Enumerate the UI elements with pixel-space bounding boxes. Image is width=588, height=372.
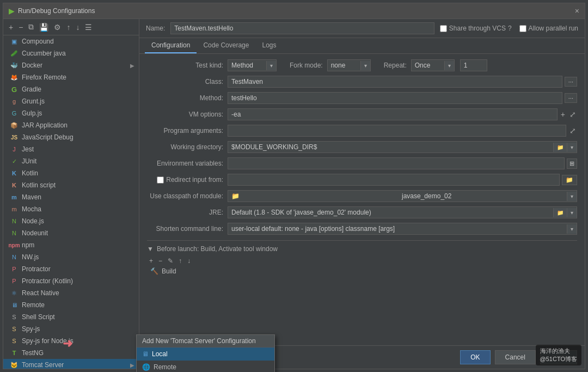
class-browse-button[interactable]: ··· xyxy=(565,77,577,87)
program-args-input[interactable] xyxy=(228,125,566,137)
sidebar-item-nodeunit[interactable]: N Nodeunit xyxy=(3,227,139,239)
tab-configuration[interactable]: Configuration xyxy=(145,38,197,53)
add-config-button[interactable]: + xyxy=(7,22,15,33)
sidebar-item-cucumber[interactable]: 🥒 Cucumber java xyxy=(3,47,139,59)
fork-mode-dropdown[interactable]: none ▾ xyxy=(327,59,371,71)
up-config-button[interactable]: ↑ xyxy=(64,22,72,33)
cancel-button[interactable]: Cancel xyxy=(495,350,536,364)
sidebar-item-gradle[interactable]: G Gradle xyxy=(3,83,139,95)
sidebar-item-label: React Native xyxy=(22,289,134,297)
sidebar-item-docker[interactable]: 🐳 Docker ▶ xyxy=(3,59,139,71)
tomcat-arrow-icon: ▶ xyxy=(130,362,134,368)
share-vcs-checkbox[interactable] xyxy=(440,25,447,32)
bl-add-button[interactable]: + xyxy=(147,256,155,266)
sidebar-item-spy-node[interactable]: S Spy-js for Node.js xyxy=(3,335,139,347)
before-launch-title: Before launch: Build, Activate tool wind… xyxy=(157,245,278,253)
sidebar-item-firefox[interactable]: 🦊 Firefox Remote xyxy=(3,71,139,83)
tabs-bar: Configuration Code Coverage Logs xyxy=(139,38,585,54)
sidebar-item-shell[interactable]: S Shell Script xyxy=(3,311,139,323)
jre-folder-btn[interactable]: 📁 xyxy=(553,208,567,217)
repeat-number-input[interactable] xyxy=(460,59,487,71)
fork-mode-arrow[interactable]: ▾ xyxy=(360,61,370,70)
sidebar-item-jsdebug[interactable]: JS JavaScript Debug xyxy=(3,131,139,143)
shorten-cmd-dropdown[interactable]: user-local default: none - java [options… xyxy=(228,223,577,235)
bl-down-button[interactable]: ↓ xyxy=(185,256,193,266)
gradle-icon: G xyxy=(10,85,19,94)
sidebar-item-jar[interactable]: 📦 JAR Application xyxy=(3,119,139,131)
sidebar-item-protractor-kotlin[interactable]: P Protractor (Kotlin) xyxy=(3,275,139,287)
sidebar-item-junit[interactable]: ✓ JUnit xyxy=(3,155,139,167)
sidebar-item-spy-js[interactable]: S Spy-js xyxy=(3,323,139,335)
method-input[interactable] xyxy=(228,92,562,104)
sidebar-item-maven[interactable]: m Maven xyxy=(3,191,139,203)
working-dir-dropdown[interactable]: $MODULE_WORKING_DIR$ 📁 ▾ xyxy=(228,141,577,153)
test-kind-dropdown[interactable]: Method ▾ xyxy=(228,59,277,71)
watermark-line2: @51CTO博客 xyxy=(540,355,577,363)
vm-fullscreen-button[interactable]: ⤢ xyxy=(568,110,577,119)
submenu-item-remote[interactable]: 🌐 Remote xyxy=(137,361,274,372)
jre-arrow[interactable]: ▾ xyxy=(567,208,577,217)
ok-button[interactable]: OK xyxy=(460,350,490,364)
sidebar-item-remote[interactable]: 🖥 Remote xyxy=(3,299,139,311)
remove-config-button[interactable]: − xyxy=(16,22,25,33)
program-args-expand-button[interactable]: ⤢ xyxy=(568,126,577,135)
sidebar-item-nw[interactable]: N NW.js xyxy=(3,251,139,263)
sidebar-item-nodejs[interactable]: N Node.js xyxy=(3,215,139,227)
settings-config-button[interactable]: ⚙ xyxy=(52,22,63,33)
classpath-dropdown[interactable]: 📁 javase_demo_02 ▾ xyxy=(228,190,577,202)
class-control: ··· xyxy=(228,76,577,88)
bl-edit-button[interactable]: ✎ xyxy=(166,256,175,266)
tab-logs[interactable]: Logs xyxy=(255,38,283,53)
submenu-item-local[interactable]: 🖥 Local xyxy=(137,347,274,361)
sidebar-item-jest[interactable]: J Jest xyxy=(3,143,139,155)
close-button[interactable]: × xyxy=(575,7,579,15)
sidebar-item-mocha[interactable]: m Mocha xyxy=(3,203,139,215)
test-kind-arrow[interactable]: ▾ xyxy=(266,61,276,70)
copy-config-button[interactable]: ⧉ xyxy=(26,21,36,33)
bl-remove-button[interactable]: − xyxy=(156,256,164,266)
repeat-label: Repeat: xyxy=(384,62,407,69)
question-icon: ? xyxy=(508,25,512,32)
down-config-button[interactable]: ↓ xyxy=(74,22,82,33)
method-browse-button[interactable]: ··· xyxy=(565,93,577,103)
bl-up-button[interactable]: ↑ xyxy=(176,256,184,266)
redirect-input-checkbox[interactable] xyxy=(157,176,164,184)
sidebar-item-react-native[interactable]: ⚛ React Native xyxy=(3,287,139,299)
shorten-cmd-row: Shorten command line: user-local default… xyxy=(147,223,577,235)
shorten-cmd-arrow[interactable]: ▾ xyxy=(567,224,577,234)
npm-icon: npm xyxy=(10,241,19,249)
redirect-browse-button[interactable]: 📁 xyxy=(562,175,577,185)
sidebar-item-gulp[interactable]: G Gulp.js xyxy=(3,107,139,119)
vm-expand-button[interactable]: + xyxy=(560,110,566,119)
redirect-input-control: 📁 xyxy=(228,174,577,186)
repeat-arrow[interactable]: ▾ xyxy=(444,61,454,70)
repeat-dropdown[interactable]: Once ▾ xyxy=(411,59,455,71)
testng-icon: T xyxy=(10,349,19,357)
sidebar-item-testng[interactable]: T TestNG xyxy=(3,347,139,359)
name-input[interactable] xyxy=(170,22,434,34)
save-config-button[interactable]: 💾 xyxy=(37,22,51,33)
menu-config-button[interactable]: ☰ xyxy=(83,22,94,33)
env-vars-browse-button[interactable]: ⊞ xyxy=(567,158,577,169)
before-launch-section: ▼ Before launch: Build, Activate tool wi… xyxy=(147,240,577,277)
working-dir-folder[interactable]: 📁 xyxy=(553,143,567,152)
working-dir-arrow[interactable]: ▾ xyxy=(567,143,577,152)
env-vars-row: Environment variables: ⊞ xyxy=(147,157,577,169)
jar-icon: 📦 xyxy=(10,121,19,130)
sidebar-item-npm[interactable]: npm npm xyxy=(3,239,139,251)
sidebar-item-kotlin[interactable]: K Kotlin xyxy=(3,167,139,179)
sidebar-item-kotlin-script[interactable]: K Kotlin script xyxy=(3,179,139,191)
sidebar-item-grunt[interactable]: g Grunt.js xyxy=(3,95,139,107)
sidebar-item-protractor[interactable]: P Protractor xyxy=(3,263,139,275)
classpath-arrow[interactable]: ▾ xyxy=(567,192,577,201)
vm-options-input[interactable] xyxy=(228,108,558,120)
tab-code-coverage[interactable]: Code Coverage xyxy=(197,38,255,53)
sidebar-item-compound[interactable]: ▣ Compound xyxy=(3,35,139,47)
class-input[interactable] xyxy=(228,76,562,88)
redirect-input-field[interactable] xyxy=(228,174,560,186)
protractor-kotlin-icon: P xyxy=(10,277,19,285)
env-vars-input[interactable] xyxy=(228,157,565,169)
jre-dropdown[interactable]: Default (1.8 - SDK of 'javase_demo_02' m… xyxy=(228,206,577,218)
parallel-run-checkbox[interactable] xyxy=(519,25,526,32)
sidebar-item-tomcat[interactable]: 🐱 Tomcat Server ▶ xyxy=(3,359,139,369)
